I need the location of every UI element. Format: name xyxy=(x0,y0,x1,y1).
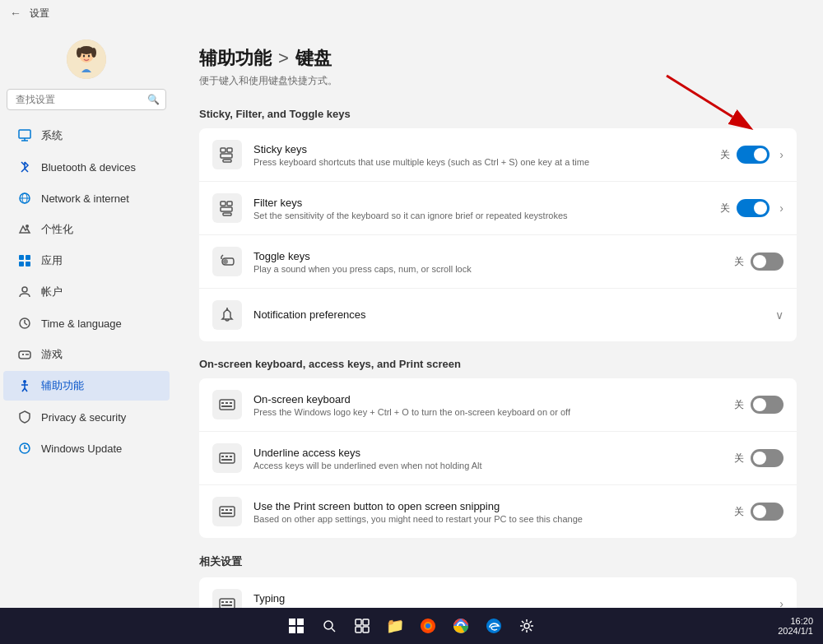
toggle-keys-item[interactable]: Toggle keys Play a sound when you press … xyxy=(199,235,797,289)
svg-rect-41 xyxy=(221,202,226,206)
svg-rect-74 xyxy=(289,627,295,633)
typing-item[interactable]: Typing Spellcheck, autocorrect, text sug… xyxy=(199,577,797,608)
toggle-keys-icon xyxy=(212,247,242,276)
svg-point-76 xyxy=(324,621,332,629)
svg-rect-55 xyxy=(230,456,232,457)
titlebar: ← 设置 xyxy=(0,0,823,26)
print-screen-text: Use the Print screen button to open scre… xyxy=(253,500,734,524)
sidebar-item-gaming[interactable]: 游戏 xyxy=(3,340,170,369)
sidebar-item-bluetooth[interactable]: Bluetooth & devices xyxy=(3,152,170,182)
breadcrumb-parent: 辅助功能 xyxy=(199,46,272,71)
time-icon xyxy=(16,315,33,331)
network-icon xyxy=(16,190,33,206)
onscreen-keyboard-toggle[interactable] xyxy=(751,396,783,414)
accounts-icon xyxy=(16,284,33,300)
gaming-icon xyxy=(16,346,33,363)
underline-access-item[interactable]: Underline access keys Access keys will b… xyxy=(199,432,797,485)
privacy-icon xyxy=(16,409,33,425)
sidebar-item-time[interactable]: Time & language xyxy=(3,308,170,338)
underline-access-track xyxy=(751,449,783,467)
onscreen-keyboard-item[interactable]: On-screen keyboard Press the Windows log… xyxy=(199,378,797,432)
onscreen-keyboard-title: On-screen keyboard xyxy=(253,393,734,405)
taskbar-search-button[interactable] xyxy=(318,614,341,637)
sidebar-item-system[interactable]: 系统 xyxy=(3,121,170,151)
print-screen-desc: Based on other app settings, you might n… xyxy=(253,514,734,524)
svg-rect-40 xyxy=(223,160,231,162)
sticky-keys-text: Sticky keys Press keyboard shortcuts tha… xyxy=(253,143,720,167)
page-subtitle: 便于键入和使用键盘快捷方式。 xyxy=(199,74,797,88)
start-button[interactable] xyxy=(285,614,308,637)
breadcrumb-current: 键盘 xyxy=(295,46,332,71)
filter-keys-icon xyxy=(212,193,242,223)
sidebar-item-apps[interactable]: 应用 xyxy=(3,246,170,276)
sidebar-item-accounts[interactable]: 帐户 xyxy=(3,277,170,307)
svg-rect-51 xyxy=(221,405,232,407)
toggle-keys-toggle[interactable] xyxy=(751,253,783,271)
related-settings-title: 相关设置 xyxy=(199,554,797,569)
browser-button[interactable] xyxy=(416,614,439,637)
sidebar-label-network: Network & internet xyxy=(41,192,129,205)
back-button[interactable]: ← xyxy=(10,7,21,20)
chrome-button[interactable] xyxy=(449,614,472,637)
sticky-keys-item[interactable]: Sticky keys Press keyboard shortcuts tha… xyxy=(199,128,797,182)
svg-line-77 xyxy=(332,628,335,632)
titlebar-title: 设置 xyxy=(30,7,49,21)
onscreen-keyboard-label: 关 xyxy=(734,398,744,412)
underline-access-desc: Access keys will be underlined even when… xyxy=(253,461,734,470)
typing-chevron: › xyxy=(779,597,783,608)
sidebar-label-windows-update: Windows Update xyxy=(41,442,122,455)
typing-text: Typing Spellcheck, autocorrect, text sug… xyxy=(253,592,776,609)
filter-keys-item[interactable]: Filter keys Set the sensitivity of the k… xyxy=(199,182,797,235)
filter-keys-control: 关 › xyxy=(720,199,783,217)
svg-rect-61 xyxy=(221,512,232,514)
sidebar-item-personalization[interactable]: 个性化 xyxy=(3,215,170,244)
main-layout: 🔍 系统 Bluetooth & devices Network & inter… xyxy=(0,26,823,608)
sidebar-item-privacy[interactable]: Privacy & security xyxy=(3,402,170,432)
sticky-keys-desc: Press keyboard shortcuts that use multip… xyxy=(253,157,720,167)
onscreen-keyboard-desc: Press the Windows logo key + Ctrl + O to… xyxy=(253,407,734,417)
sticky-keys-title: Sticky keys xyxy=(253,143,720,155)
taskview-button[interactable] xyxy=(351,614,374,637)
sidebar-search[interactable]: 🔍 xyxy=(7,89,166,110)
file-explorer-button[interactable]: 📁 xyxy=(384,614,407,637)
sidebar-label-accounts: 帐户 xyxy=(41,285,63,299)
svg-point-84 xyxy=(425,623,430,628)
sticky-filter-toggle-group: Sticky keys Press keyboard shortcuts tha… xyxy=(199,128,797,341)
underline-access-toggle[interactable] xyxy=(751,449,783,467)
sticky-keys-toggle[interactable] xyxy=(737,146,770,164)
sidebar-item-network[interactable]: Network & internet xyxy=(3,183,170,213)
print-screen-toggle[interactable] xyxy=(751,503,783,521)
content-area: 辅助功能 > 键盘 便于键入和使用键盘快捷方式。 Sticky, Filter,… xyxy=(173,26,823,608)
sidebar-item-windows-update[interactable]: Windows Update xyxy=(3,433,170,463)
svg-rect-73 xyxy=(297,619,304,625)
toggle-keys-track xyxy=(751,253,783,271)
print-screen-title: Use the Print screen button to open scre… xyxy=(253,500,734,512)
print-screen-item[interactable]: Use the Print screen button to open scre… xyxy=(199,485,797,538)
svg-rect-66 xyxy=(221,605,232,606)
notification-prefs-item[interactable]: Notification preferences ∨ xyxy=(199,289,797,341)
sidebar-label-accessibility: 辅助功能 xyxy=(41,378,84,393)
svg-rect-56 xyxy=(221,459,232,461)
svg-rect-50 xyxy=(230,402,232,404)
filter-keys-desc: Set the sensitivity of the keyboard so i… xyxy=(253,211,720,220)
edge-button[interactable] xyxy=(482,614,505,637)
svg-rect-43 xyxy=(221,207,232,211)
print-screen-track xyxy=(751,503,783,521)
notification-prefs-control: ∨ xyxy=(772,308,783,322)
svg-point-29 xyxy=(27,354,29,355)
sidebar-item-accessibility[interactable]: 辅助功能 xyxy=(3,371,170,401)
underline-access-title: Underline access keys xyxy=(253,447,734,459)
sidebar-label-time: Time & language xyxy=(41,317,122,330)
svg-rect-60 xyxy=(230,509,232,511)
toggle-keys-title: Toggle keys xyxy=(253,250,734,262)
svg-rect-81 xyxy=(363,627,369,632)
settings-taskbar-button[interactable] xyxy=(515,614,538,637)
svg-point-5 xyxy=(83,55,85,58)
underline-access-control: 关 xyxy=(734,449,783,467)
notification-prefs-title: Notification preferences xyxy=(253,308,772,321)
svg-rect-20 xyxy=(26,262,30,266)
filter-keys-toggle[interactable] xyxy=(737,199,770,217)
search-input[interactable] xyxy=(7,89,166,110)
toggle-keys-control: 关 xyxy=(734,253,783,271)
onscreen-keyboard-control: 关 xyxy=(734,396,783,414)
